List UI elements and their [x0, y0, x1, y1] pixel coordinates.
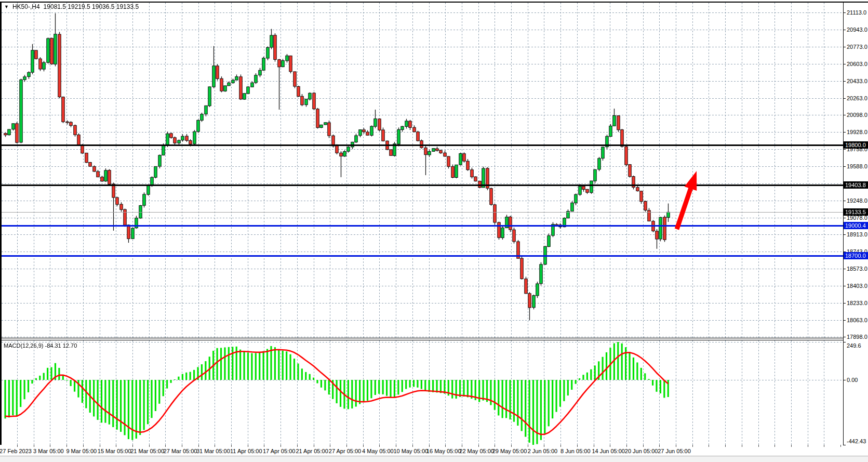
time-axis-tick: [363, 445, 364, 447]
time-axis-tick: [132, 445, 133, 447]
time-axis-tick: [659, 445, 660, 447]
chart-symbol-period: HK50-,H4: [12, 3, 40, 10]
price-axis-tick: [843, 320, 846, 321]
price-axis-tick: [843, 286, 846, 286]
price-axis-tick: [843, 166, 846, 167]
macd-indicator-canvas[interactable]: [2, 340, 843, 445]
time-axis-label: 29 May 05:00: [492, 448, 527, 454]
time-axis-tick: [824, 445, 824, 447]
time-axis-tick: [412, 445, 413, 447]
price-axis-tick: [843, 303, 846, 303]
price-axis-label: 18063.0: [847, 317, 867, 323]
time-axis-tick: [34, 445, 34, 447]
time-axis-label: 16 May 05:00: [426, 448, 461, 454]
macd-axis-label: 249.6: [847, 342, 861, 349]
price-level-box: 19403.8: [844, 181, 868, 189]
time-axis-tick: [17, 445, 18, 447]
time-axis-tick: [478, 445, 479, 447]
price-axis-tick: [843, 47, 846, 47]
price-axis-tick: [843, 234, 846, 235]
time-axis-tick: [445, 445, 446, 447]
price-axis-tick: [843, 12, 846, 13]
plot-top-border: [0, 2, 868, 3]
price-axis-tick: [843, 132, 846, 133]
time-axis-tick: [594, 445, 594, 447]
price-level-box: 18700.0: [844, 252, 868, 259]
price-axis-label: 19248.0: [847, 197, 867, 204]
time-axis-tick: [396, 445, 396, 447]
chart-ohlc-values: 19081.5 19219.5 19036.5 19133.5: [44, 3, 139, 10]
time-axis-label: 27 Feb 2023: [0, 448, 32, 454]
price-axis-tick: [843, 81, 846, 82]
plot-left-border: [0, 2, 2, 445]
price-chart-canvas[interactable]: [2, 3, 843, 338]
time-axis-tick: [676, 445, 676, 447]
time-axis-tick: [840, 445, 841, 447]
time-axis-tick: [346, 445, 347, 447]
time-axis-label: 27 Mar 05:00: [164, 448, 197, 454]
price-axis-tick: [843, 98, 846, 99]
time-axis-label: 14 Jun 05:00: [592, 448, 625, 454]
price-axis-label: 20433.0: [847, 78, 867, 84]
time-axis-tick: [379, 445, 380, 447]
time-axis-label: 21 Mar 05:00: [130, 448, 164, 454]
time-axis-tick: [198, 445, 199, 447]
time-axis-label: 2 Jun 05:00: [528, 448, 558, 454]
macd-axis-label: -442.43: [847, 438, 866, 444]
time-axis-label: 9 Mar 05:00: [66, 448, 97, 454]
price-axis-tick: [843, 269, 846, 269]
price-axis-tick: [843, 201, 846, 201]
price-axis-tick: [843, 218, 846, 218]
time-axis-tick: [725, 445, 726, 447]
price-axis-label: 20773.0: [847, 44, 867, 50]
price-axis-tick: [843, 64, 846, 64]
price-axis-label: 20263.0: [847, 95, 867, 101]
time-axis-label: 3 Mar 05:00: [33, 448, 64, 454]
time-axis-tick: [297, 445, 298, 447]
time-axis-tick: [692, 445, 693, 447]
time-axis-tick: [429, 445, 430, 447]
time-axis-tick: [264, 445, 264, 447]
time-axis-tick: [248, 445, 248, 447]
time-axis-tick: [231, 445, 232, 447]
price-axis-tick: [843, 30, 846, 30]
price-axis-label: 19588.0: [847, 163, 867, 169]
time-axis-tick: [149, 445, 150, 447]
macd-values: -84.31 12.70: [45, 342, 77, 349]
time-axis-label: 22 May 05:00: [459, 448, 494, 454]
time-axis-tick: [709, 445, 709, 447]
price-axis-label: 18403.0: [847, 283, 867, 289]
time-axis-label: 15 Mar 05:00: [98, 448, 131, 454]
time-axis-label: 21 Apr 05:00: [296, 448, 328, 454]
chart-title: ▼ HK50-,H4 19081.5 19219.5 19036.5 19133…: [4, 3, 139, 10]
time-axis-tick: [643, 445, 644, 447]
time-axis-tick: [165, 445, 166, 447]
price-axis-label: 18233.0: [847, 300, 867, 306]
macd-axis-tick: [843, 342, 846, 342]
price-axis-tick: [843, 149, 846, 150]
price-axis-tick: [843, 337, 846, 337]
time-axis-tick: [50, 445, 50, 447]
price-axis-label: 20943.0: [847, 27, 867, 33]
time-axis-tick: [182, 445, 182, 447]
time-axis-label: 31 Mar 05:00: [196, 448, 230, 454]
price-axis-label: 18573.0: [847, 266, 867, 272]
time-axis-label: 8 Jun 05:00: [560, 448, 591, 454]
macd-axis-label: 0.00: [847, 377, 858, 383]
macd-name: MACD(12,26,9): [4, 342, 43, 349]
time-axis-tick: [544, 445, 544, 447]
time-axis-tick: [100, 445, 100, 447]
time-axis-tick: [66, 445, 67, 447]
macd-axis-tick: [843, 445, 846, 445]
time-axis-tick: [808, 445, 808, 447]
macd-axis-tick: [843, 380, 846, 380]
status-bar: [0, 456, 868, 462]
time-axis-tick: [774, 445, 775, 447]
time-axis-label: 4 May 05:00: [362, 448, 394, 454]
time-axis-tick: [758, 445, 759, 447]
mt4-chart-window: ▼ HK50-,H4 19081.5 19219.5 19036.5 19133…: [0, 0, 868, 462]
macd-indicator-label: MACD(12,26,9) -84.31 12.70: [4, 342, 77, 349]
chart-dropdown-icon[interactable]: ▼: [4, 4, 9, 9]
time-axis-label: 27 Apr 05:00: [329, 448, 361, 454]
time-axis-tick: [528, 445, 528, 447]
